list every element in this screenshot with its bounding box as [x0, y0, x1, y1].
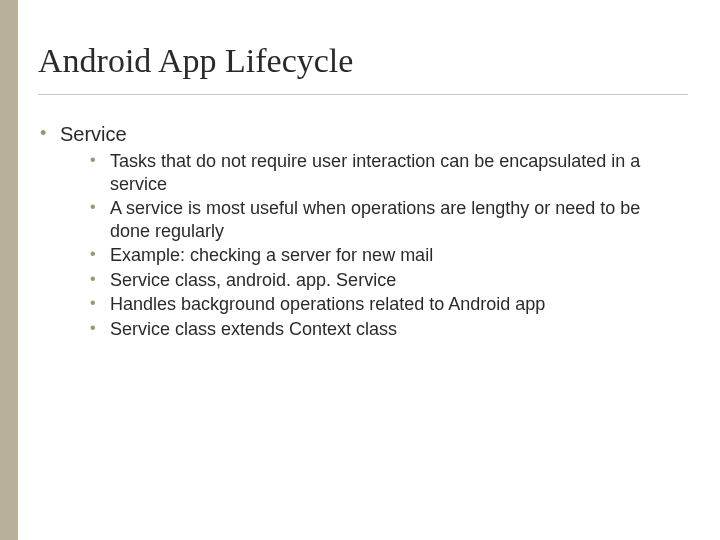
- list-item-label: A service is most useful when operations…: [110, 198, 640, 241]
- list-item-label: Handles background operations related to…: [110, 294, 545, 314]
- list-item: Handles background operations related to…: [90, 293, 670, 316]
- list-item: A service is most useful when operations…: [90, 197, 670, 242]
- sidebar-accent: [0, 0, 18, 540]
- slide-content: Android App Lifecycle Service Tasks that…: [18, 0, 720, 540]
- page-title: Android App Lifecycle: [38, 42, 688, 95]
- list-item: Tasks that do not require user interacti…: [90, 150, 670, 195]
- list-item: Service Tasks that do not require user i…: [38, 123, 688, 340]
- list-item-label: Tasks that do not require user interacti…: [110, 151, 640, 194]
- top-list: Service Tasks that do not require user i…: [38, 123, 688, 340]
- list-item-label: Example: checking a server for new mail: [110, 245, 433, 265]
- list-item-label: Service class, android. app. Service: [110, 270, 396, 290]
- list-item: Example: checking a server for new mail: [90, 244, 670, 267]
- list-item: Service class, android. app. Service: [90, 269, 670, 292]
- slide: Android App Lifecycle Service Tasks that…: [0, 0, 720, 540]
- list-item: Service class extends Context class: [90, 318, 670, 341]
- sub-list: Tasks that do not require user interacti…: [90, 150, 688, 340]
- list-item-label: Service: [60, 123, 127, 145]
- list-item-label: Service class extends Context class: [110, 319, 397, 339]
